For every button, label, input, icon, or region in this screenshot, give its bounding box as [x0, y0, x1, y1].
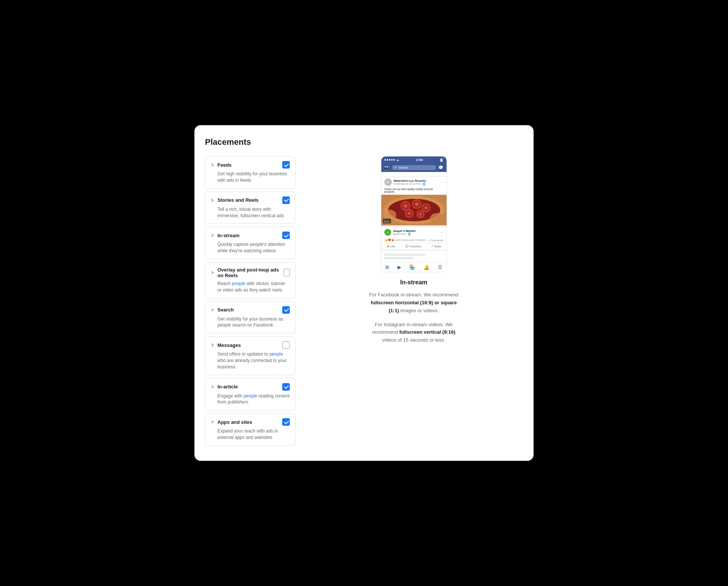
battery-icon: ▐▌ [440, 159, 444, 161]
feed-avatar: W [384, 178, 392, 186]
placement-item-search[interactable]: Search Get visibility for your business … [205, 301, 295, 334]
inarticle-desc: Engage with people reading content from … [211, 393, 290, 406]
svg-point-5 [404, 204, 407, 208]
feed-name: Waterford Lux Resorts [394, 179, 439, 183]
overlay-highlight: people [232, 281, 245, 286]
feed-image-svg: 0:12 [381, 195, 447, 226]
placeholder-line-2 [384, 257, 414, 259]
svg-point-14 [408, 212, 411, 215]
wifi-icon: ▲ [396, 158, 399, 162]
placement-item-overlay[interactable]: Overlay and post-loop ads on Reels Reach… [205, 262, 295, 298]
info-title: In-stream [369, 279, 459, 286]
feed-time: Yesterday at 10:14 PM · 🌐 [394, 183, 439, 186]
stories-desc: Tell a rich, visual story with immersive… [211, 206, 290, 219]
like-label: Like [390, 245, 395, 248]
signal-dot-1 [384, 159, 386, 161]
chevron-right-icon-overlay [211, 271, 214, 275]
chevron-right-icon [211, 163, 214, 167]
feed-image: 0:12 [381, 195, 447, 226]
item-header-messages: Messages [211, 341, 290, 349]
phone-bottom-nav: ⊞ ▶ 🏪 🔔 ☰ [381, 262, 447, 272]
feeds-desc: Get high visibility for your business wi… [211, 171, 290, 184]
signal-dot-2 [387, 159, 388, 161]
svg-point-8 [414, 202, 418, 206]
phone-mockup: ▲ 2:04 ▐▌ 📷 🔍 Search 💬 [381, 156, 447, 272]
item-header-instream: In-stream [211, 232, 290, 239]
instream-title: In-stream [217, 233, 240, 238]
marketplace-nav-icon[interactable]: 🏪 [409, 264, 415, 270]
comment-icon: 💬 [405, 245, 409, 248]
placement-item-inarticle[interactable]: In-article Engage with people reading co… [205, 378, 295, 411]
signal-dot-3 [389, 159, 390, 161]
item-header-search: Search [211, 306, 290, 314]
overlay-title: Overlay and post-loop ads on Reels [217, 267, 283, 278]
signal-dot-4 [391, 159, 393, 161]
comment-button[interactable]: 💬 Comment [405, 245, 421, 248]
apps-title: Apps and sites [217, 419, 252, 425]
item-header-inarticle: In-article [211, 383, 290, 391]
placeholder-line-1 [384, 254, 426, 256]
ad-meta: Jasper's Market Sponsored · 🌐 [393, 229, 439, 236]
comments-count: 2 Comments [428, 239, 444, 242]
info-para2: For Instagram in-stream videos: We recom… [369, 321, 459, 344]
share-icon: ↗ [431, 245, 433, 248]
apps-checkbox[interactable] [282, 418, 290, 426]
stories-title: Stories and Reels [217, 197, 258, 203]
instream-checkbox[interactable] [282, 232, 290, 239]
svg-text:0:12: 0:12 [384, 220, 389, 223]
messenger-icon: 💬 [438, 165, 444, 170]
placement-item-messages[interactable]: Messages Send offers or updates to peopl… [205, 336, 295, 375]
comment-label: Comment [410, 245, 421, 248]
search-desc: Get visibility for your business as peop… [211, 316, 290, 329]
main-card: Placements Feeds Get high visibility for… [194, 125, 534, 461]
phone-status-bar: ▲ 2:04 ▐▌ [381, 156, 447, 163]
feeds-checkbox[interactable] [282, 161, 290, 169]
placeholder-post [381, 251, 447, 262]
notifications-nav-icon[interactable]: 🔔 [424, 264, 430, 270]
info-para2-bold: fullscreen vertical (9:16) [399, 329, 456, 335]
chevron-right-icon-messages [211, 343, 214, 347]
story-placeholder [381, 172, 447, 176]
ad-more-icon[interactable]: ··· [440, 230, 443, 235]
ad-actions: 👍 Like 💬 Comment ↗ Share [381, 243, 447, 249]
share-button[interactable]: ↗ Share [431, 245, 441, 248]
feeds-title: Feeds [217, 162, 232, 168]
chevron-right-icon-stories [211, 198, 214, 202]
messages-desc: Send offers or updates to people who are… [211, 351, 290, 370]
video-nav-icon[interactable]: ▶ [398, 264, 401, 270]
info-para1-before: For Facebook in-stream: We recommend [369, 292, 459, 298]
menu-nav-icon[interactable]: ☰ [438, 264, 442, 270]
messages-checkbox[interactable] [282, 341, 290, 349]
camera-icon: 📷 [384, 165, 390, 170]
chevron-right-icon-apps [211, 420, 214, 424]
reactions-row: 👍❤️😮 John Evans and 23 others 2 Comments [381, 238, 447, 243]
apps-desc: Expand your reach with ads in external a… [211, 428, 290, 441]
search-checkbox[interactable] [282, 306, 290, 314]
like-button[interactable]: 👍 Like [386, 245, 395, 248]
overlay-checkbox[interactable] [283, 269, 290, 276]
info-para1-after: images or videos. [399, 308, 439, 313]
info-para1: For Facebook in-stream: We recommend ful… [369, 291, 459, 314]
item-header-apps: Apps and sites [211, 418, 290, 426]
right-panel: ▲ 2:04 ▐▌ 📷 🔍 Search 💬 [304, 156, 523, 449]
feed-card: W Waterford Lux Resorts Yesterday at 10:… [381, 176, 447, 226]
phone-search-box[interactable]: 🔍 Search [392, 165, 436, 170]
instream-desc: Quickly capture people's attention while… [211, 241, 290, 254]
placement-item-stories[interactable]: Stories and Reels Tell a rich, visual st… [205, 192, 295, 224]
placement-item-feeds[interactable]: Feeds Get high visibility for your busin… [205, 156, 295, 189]
inarticle-highlight: people [243, 393, 257, 399]
inarticle-checkbox[interactable] [282, 383, 290, 391]
home-nav-icon[interactable]: ⊞ [385, 264, 389, 270]
placement-item-instream[interactable]: In-stream Quickly capture people's atten… [205, 227, 295, 259]
placement-item-apps[interactable]: Apps and sites Expand your reach with ad… [205, 413, 295, 446]
feed-meta: Waterford Lux Resorts Yesterday at 10:14… [394, 179, 439, 186]
phone-time: 2:04 [416, 158, 423, 162]
ad-card: J Jasper's Market Sponsored · 🌐 ··· 👍❤️😮… [381, 227, 447, 249]
main-content: Feeds Get high visibility for your busin… [205, 156, 523, 449]
overlay-desc: Reach people with sticker, banner or vid… [211, 281, 290, 293]
stories-checkbox[interactable] [282, 196, 290, 204]
phone-nav-bar: 📷 🔍 Search 💬 [381, 163, 447, 172]
ad-sponsored: Sponsored · 🌐 [393, 233, 439, 236]
chevron-right-icon-search [211, 308, 214, 312]
feed-more-icon[interactable]: ··· [440, 180, 443, 184]
